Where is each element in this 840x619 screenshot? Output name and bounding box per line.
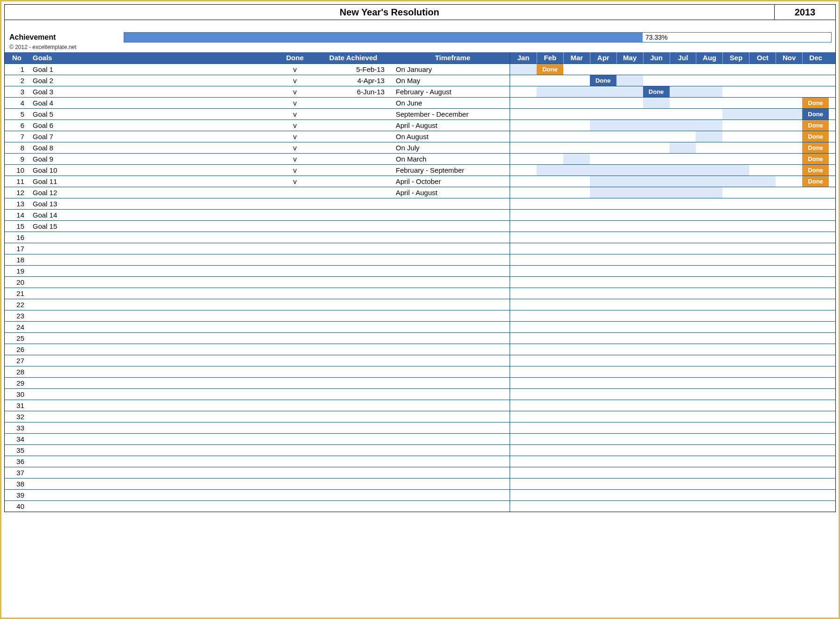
- month-cell[interactable]: [802, 322, 829, 332]
- month-cell[interactable]: [590, 154, 616, 164]
- month-cell[interactable]: [510, 98, 537, 108]
- date-achieved-cell[interactable]: [314, 310, 393, 321]
- done-cell[interactable]: [276, 322, 314, 332]
- table-row[interactable]: 35: [5, 444, 835, 456]
- row-no[interactable]: 2: [5, 75, 29, 86]
- month-cell[interactable]: [616, 120, 643, 131]
- month-cell[interactable]: [590, 64, 616, 75]
- month-cell[interactable]: [696, 501, 722, 512]
- row-no[interactable]: 7: [5, 131, 29, 142]
- month-cell[interactable]: [643, 478, 670, 489]
- goal-cell[interactable]: [29, 333, 276, 344]
- timeframe-cell[interactable]: [393, 221, 510, 232]
- month-cell[interactable]: [670, 378, 696, 388]
- month-cell[interactable]: [537, 165, 563, 176]
- month-cell[interactable]: [616, 411, 643, 422]
- month-cell[interactable]: [722, 434, 749, 444]
- row-no[interactable]: 38: [5, 478, 29, 489]
- date-achieved-cell[interactable]: [314, 277, 393, 288]
- month-cell[interactable]: [802, 400, 829, 411]
- month-cell[interactable]: [537, 86, 563, 97]
- month-cell[interactable]: [696, 266, 722, 276]
- table-row[interactable]: 4Goal 4vOn JuneDone: [5, 97, 835, 108]
- month-cell[interactable]: [696, 434, 722, 444]
- timeframe-cell[interactable]: [393, 422, 510, 433]
- month-cell[interactable]: [776, 154, 802, 164]
- month-cell[interactable]: [537, 198, 563, 209]
- table-row[interactable]: 33: [5, 422, 835, 433]
- month-cell[interactable]: [776, 366, 802, 377]
- month-cell[interactable]: [749, 422, 776, 433]
- month-cell[interactable]: [537, 422, 563, 433]
- timeframe-cell[interactable]: [393, 389, 510, 400]
- date-achieved-cell[interactable]: [314, 210, 393, 220]
- month-cell[interactable]: [510, 299, 537, 310]
- month-cell[interactable]: [510, 310, 537, 321]
- month-cell[interactable]: [802, 310, 829, 321]
- month-cell[interactable]: [537, 322, 563, 332]
- timeframe-cell[interactable]: [393, 467, 510, 478]
- month-cell[interactable]: [510, 400, 537, 411]
- done-cell[interactable]: [276, 422, 314, 433]
- row-no[interactable]: 12: [5, 187, 29, 198]
- month-cell[interactable]: [563, 131, 590, 142]
- date-achieved-cell[interactable]: [314, 389, 393, 400]
- month-cell[interactable]: [563, 366, 590, 377]
- done-cell[interactable]: v: [276, 64, 314, 75]
- done-cell[interactable]: v: [276, 176, 314, 187]
- month-cell[interactable]: [696, 344, 722, 355]
- month-cell[interactable]: [616, 210, 643, 220]
- done-cell[interactable]: v: [276, 98, 314, 108]
- month-cell[interactable]: [776, 411, 802, 422]
- month-cell[interactable]: [563, 98, 590, 108]
- month-cell[interactable]: [802, 344, 829, 355]
- month-cell[interactable]: [537, 434, 563, 444]
- month-cell[interactable]: [776, 310, 802, 321]
- month-cell[interactable]: [510, 232, 537, 243]
- month-cell[interactable]: [616, 165, 643, 176]
- month-cell[interactable]: [749, 344, 776, 355]
- done-cell[interactable]: [276, 198, 314, 209]
- done-cell[interactable]: [276, 366, 314, 377]
- month-cell[interactable]: [563, 501, 590, 512]
- month-cell[interactable]: [643, 75, 670, 86]
- month-cell[interactable]: [643, 165, 670, 176]
- row-no[interactable]: 24: [5, 322, 29, 332]
- month-cell[interactable]: [537, 232, 563, 243]
- month-cell[interactable]: [643, 322, 670, 332]
- done-cell[interactable]: [276, 434, 314, 444]
- date-achieved-cell[interactable]: [314, 378, 393, 388]
- month-cell[interactable]: [696, 142, 722, 153]
- month-cell[interactable]: [722, 176, 749, 187]
- date-achieved-cell[interactable]: [314, 187, 393, 198]
- month-cell[interactable]: [722, 478, 749, 489]
- month-cell[interactable]: [563, 75, 590, 86]
- month-cell[interactable]: [537, 478, 563, 489]
- month-cell[interactable]: [802, 243, 829, 254]
- month-cell[interactable]: [749, 322, 776, 332]
- month-cell[interactable]: [590, 98, 616, 108]
- month-cell[interactable]: [510, 378, 537, 388]
- month-cell[interactable]: [590, 254, 616, 265]
- timeframe-cell[interactable]: On May: [393, 75, 510, 86]
- month-cell[interactable]: [696, 187, 722, 198]
- month-cell[interactable]: [696, 288, 722, 299]
- month-cell[interactable]: [510, 277, 537, 288]
- goal-cell[interactable]: [29, 445, 276, 456]
- month-cell[interactable]: [696, 176, 722, 187]
- month-cell[interactable]: [670, 501, 696, 512]
- month-cell[interactable]: [696, 243, 722, 254]
- done-cell[interactable]: [276, 467, 314, 478]
- month-cell[interactable]: [616, 187, 643, 198]
- month-cell[interactable]: [670, 243, 696, 254]
- month-cell[interactable]: [616, 501, 643, 512]
- month-cell[interactable]: [722, 310, 749, 321]
- done-cell[interactable]: [276, 389, 314, 400]
- month-cell[interactable]: [643, 109, 670, 120]
- timeframe-cell[interactable]: September - December: [393, 109, 510, 120]
- month-cell[interactable]: [643, 411, 670, 422]
- month-cell[interactable]: [802, 64, 829, 75]
- month-cell[interactable]: [510, 120, 537, 131]
- table-row[interactable]: 38: [5, 478, 835, 489]
- month-cell[interactable]: [670, 400, 696, 411]
